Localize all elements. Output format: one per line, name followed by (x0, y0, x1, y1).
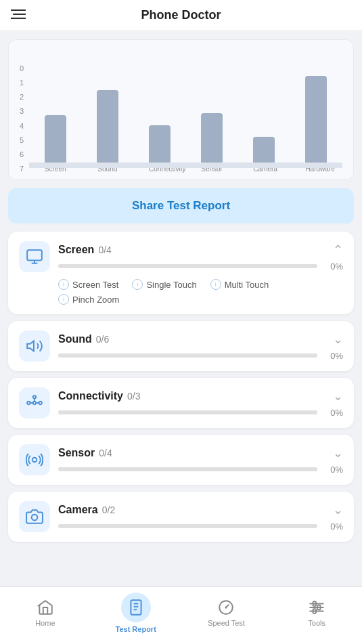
svg-point-15 (32, 515, 38, 521)
svg-rect-16 (131, 600, 141, 615)
svg-point-20 (225, 606, 227, 608)
sensor-icon-wrap (19, 444, 50, 475)
bar-hardware (305, 76, 327, 163)
info-icon: i (132, 279, 143, 290)
sound-title: Sound0/6 (58, 333, 109, 345)
camera-progress-pct: 0% (323, 521, 343, 532)
header: Phone Doctor (0, 0, 362, 31)
connectivity-title: Connectivity0/3 (58, 390, 140, 402)
nav-item-speed-test[interactable]: Speed Test (206, 599, 246, 627)
nav-active-bg (121, 593, 151, 622)
sub-item-multi-touch[interactable]: iMulti Touch (210, 279, 269, 290)
page-title: Phone Doctor (141, 8, 221, 22)
category-card-camera: Camera0/2⌄0% (8, 492, 354, 542)
nav-item-tools[interactable]: Tools (296, 599, 337, 627)
svg-point-10 (33, 395, 36, 398)
sensor-progress-row: 0% (58, 465, 343, 475)
sound-progress-pct: 0% (323, 351, 343, 361)
svg-point-7 (33, 402, 36, 404)
sub-item-single-touch[interactable]: iSingle Touch (132, 279, 196, 290)
screen-icon-wrap (19, 241, 50, 272)
svg-marker-6 (27, 341, 34, 351)
camera-chevron[interactable]: ⌄ (333, 502, 343, 517)
sensor-progress-pct: 0% (323, 465, 343, 475)
svg-point-14 (32, 458, 37, 463)
chart-y-axis: 7 6 5 4 3 2 1 0 (20, 64, 24, 173)
info-icon: i (58, 294, 69, 305)
share-test-report-button[interactable]: Share Test Report (8, 188, 354, 223)
svg-rect-3 (27, 250, 42, 260)
connectivity-progress-row: 0% (58, 408, 343, 418)
categories-list: Screen0/4⌃0%iScreen TestiSingle TouchiMu… (8, 232, 354, 542)
bottom-nav: Home Test Report Speed Test Tools (0, 586, 362, 644)
category-card-screen: Screen0/4⌃0%iScreen TestiSingle TouchiMu… (8, 232, 354, 314)
nav-item-home[interactable]: Home (25, 599, 66, 627)
sound-chevron[interactable]: ⌄ (333, 332, 343, 347)
menu-icon[interactable] (11, 7, 26, 24)
camera-icon-wrap (19, 501, 50, 532)
bar-sound (97, 90, 118, 163)
nav-label-test-report: Test Report (116, 625, 156, 633)
share-button-label: Share Test Report (132, 199, 230, 212)
info-icon: i (58, 279, 69, 290)
nav-label-speed-test: Speed Test (208, 619, 245, 627)
screen-chevron[interactable]: ⌃ (333, 242, 343, 257)
chart-bars-area: ScreenSoundConnectivitySensorCameraHardw… (29, 163, 342, 173)
sub-item-pinch-zoom[interactable]: iPinch Zoom (58, 294, 119, 305)
category-card-connectivity: Connectivity0/3⌄0% (8, 378, 354, 428)
nav-label-tools: Tools (308, 619, 325, 627)
sub-item-screen-test[interactable]: iScreen Test (58, 279, 118, 290)
nav-label-home: Home (35, 619, 55, 627)
sound-icon-wrap (19, 330, 50, 362)
screen-progress-row: 0% (58, 261, 343, 272)
screen-progress-pct: 0% (323, 261, 343, 272)
chart-section: 7 6 5 4 3 2 1 0 (8, 39, 354, 180)
svg-point-9 (39, 402, 42, 404)
connectivity-chevron[interactable]: ⌄ (333, 389, 343, 404)
info-icon: i (210, 279, 221, 290)
bar-camera (253, 137, 275, 163)
connectivity-progress-pct: 0% (323, 408, 343, 418)
connectivity-icon-wrap (19, 387, 50, 418)
bar-connectivity (149, 125, 171, 163)
sensor-title: Sensor0/4 (58, 447, 112, 459)
nav-item-test-report[interactable]: Test Report (116, 593, 156, 633)
sound-progress-row: 0% (58, 351, 343, 361)
bar-sensor (201, 113, 223, 163)
camera-title: Camera0/2 (58, 504, 115, 516)
bar-screen (45, 115, 66, 163)
sensor-chevron[interactable]: ⌄ (333, 446, 343, 460)
camera-progress-row: 0% (58, 521, 343, 532)
svg-point-8 (27, 402, 30, 404)
screen-sub-items: iScreen TestiSingle TouchiMulti TouchiPi… (58, 279, 343, 305)
category-card-sensor: Sensor0/4⌄0% (8, 435, 354, 485)
screen-title: Screen0/4 (58, 244, 112, 256)
category-card-sound: Sound0/6⌄0% (8, 321, 354, 371)
